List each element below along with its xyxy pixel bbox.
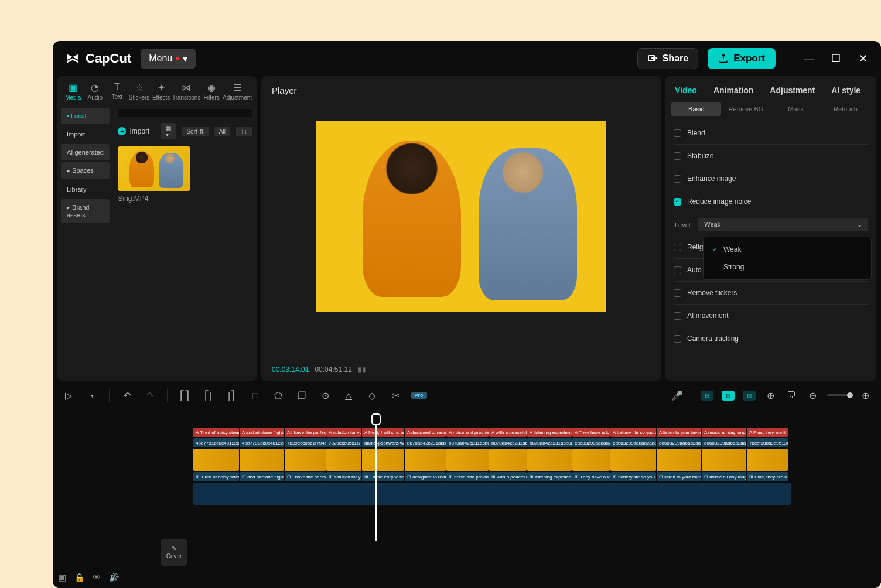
pointer-tool-icon[interactable]: ▷ <box>62 389 75 402</box>
timeline-tracks[interactable]: A Tired of noisy streetsA and airplane f… <box>193 410 881 588</box>
timeline-clip[interactable]: A with a peaceful <box>489 428 527 437</box>
timeline-clip[interactable]: ⊞ listen to your favori <box>657 472 701 481</box>
timeline-clip[interactable] <box>657 449 701 471</box>
zoom-in-icon[interactable]: ⊕ <box>859 389 872 402</box>
timeline-clip[interactable]: A noise and provide <box>446 428 489 437</box>
timeline-clip[interactable] <box>193 483 791 505</box>
checkbox-icon[interactable] <box>674 289 681 297</box>
timeline-clip[interactable]: daniel-j-schwarz-Wn <box>362 438 404 447</box>
dropdown-option-weak[interactable]: Weak <box>704 241 871 258</box>
chevron-down-icon[interactable]: ▾ <box>86 389 98 402</box>
crop-2-icon[interactable]: ✂ <box>389 389 402 402</box>
sidebar-item-import[interactable]: Import <box>61 126 110 142</box>
rotate-icon[interactable]: ◇ <box>366 389 378 402</box>
media-search-bar[interactable] <box>118 109 252 117</box>
timeline-clip[interactable]: A They have a long <box>572 428 610 437</box>
timeline-clip[interactable] <box>326 449 361 471</box>
tab-stickers[interactable]: ☆Stickers <box>128 82 151 101</box>
timeline-clip[interactable]: b878ab42c231a6b0a8 <box>405 438 446 447</box>
crop-icon[interactable]: ◻ <box>248 389 261 402</box>
prop-enhance-image[interactable]: Enhance image <box>674 167 868 190</box>
mic-icon[interactable]: 🎤 <box>671 389 684 402</box>
sidebar-item-brand-assets[interactable]: ▸ Brand assets <box>61 199 110 223</box>
tab-ai-style[interactable]: AI style <box>831 86 860 95</box>
checkbox-icon[interactable] <box>674 198 681 206</box>
redo-icon[interactable]: ↷ <box>144 389 156 402</box>
lock-icon[interactable]: 🔒 <box>74 573 84 582</box>
visibility-icon[interactable]: 👁 <box>93 573 101 582</box>
level-select[interactable]: Weak ⌄ <box>698 218 868 231</box>
close-icon[interactable]: ✕ <box>856 52 869 65</box>
timeline-clip[interactable] <box>572 449 610 471</box>
tab-audio[interactable]: ◔Audio <box>84 82 107 101</box>
prop-reduce-noise[interactable]: Reduce image noice <box>674 190 868 213</box>
minimize-icon[interactable]: — <box>803 52 815 65</box>
timeline-clip[interactable] <box>610 449 656 471</box>
checkbox-icon[interactable] <box>674 244 681 251</box>
timeline-clip[interactable]: A listening experienc <box>527 428 572 437</box>
timeline-clip[interactable]: ⊞ These earphones ar <box>362 472 404 481</box>
timeline-clip[interactable]: A Plus, they are li <box>747 428 788 437</box>
undo-icon[interactable]: ↶ <box>120 389 133 402</box>
zoom-slider[interactable] <box>827 394 851 396</box>
checkbox-icon[interactable] <box>674 266 681 274</box>
tab-adjustment[interactable]: ☰Adjustment <box>223 82 252 101</box>
player-viewport[interactable] <box>316 121 606 312</box>
timeline-clip[interactable]: b878ab42c231a6b0a8 <box>446 438 489 447</box>
sidebar-item-ai-generated[interactable]: AI generated <box>61 144 110 160</box>
timeline-clip[interactable] <box>240 449 284 471</box>
pro-cut-icon[interactable]: Pro <box>412 389 425 402</box>
timeline-clip[interactable]: A solution for you <box>326 428 361 437</box>
checkbox-icon[interactable] <box>674 152 681 160</box>
timeline-clip[interactable]: ⊞ and airplane flights? <box>240 472 284 481</box>
timeline-clip[interactable]: ed683299aa6ad2aad8b3 <box>702 438 746 447</box>
tab-text[interactable]: TText <box>106 82 128 101</box>
sort-button[interactable]: Sort ⇅ <box>182 127 208 136</box>
timeline-clip[interactable]: A and airplane flights? <box>240 428 284 437</box>
trim-right-icon[interactable]: |⎤ <box>225 389 238 402</box>
timeline-clip[interactable]: A I have the perfec <box>285 428 326 437</box>
sidebar-item-local[interactable]: • Local <box>61 108 110 124</box>
timeline-clip[interactable]: A battery life so you c <box>610 428 656 437</box>
media-thumbnail[interactable]: Sing.MP4 <box>118 146 190 203</box>
subtab-retouch[interactable]: Retouch <box>821 102 870 116</box>
play-circle-icon[interactable]: ⊙ <box>319 389 332 402</box>
checkbox-icon[interactable] <box>674 312 681 320</box>
trim-left-icon[interactable]: ⎡| <box>202 389 214 402</box>
timeline-clip[interactable]: ⊞ noise and provide <box>446 472 489 481</box>
prop-camera-tracking[interactable]: Camera tracking <box>674 327 868 350</box>
checkbox-icon[interactable] <box>674 175 681 183</box>
share-button[interactable]: Share <box>637 48 698 69</box>
timeline-clip[interactable]: ed683299aa6ad2aad8b3 <box>610 438 656 447</box>
timeline-clip[interactable] <box>702 449 746 471</box>
subtab-basic[interactable]: Basic <box>671 102 721 116</box>
timeline-clip[interactable] <box>527 449 572 471</box>
tab-effects[interactable]: ✦Effects <box>150 82 172 101</box>
timeline-clip[interactable] <box>285 449 326 471</box>
timeline-clip[interactable] <box>405 449 446 471</box>
timeline-clip[interactable]: 4bb7791bc0c481228811f4 <box>193 438 239 447</box>
timeline-clip[interactable]: A Tired of noisy streets <box>193 428 239 437</box>
shield-icon[interactable]: ⬠ <box>272 389 285 402</box>
timeline-clip[interactable] <box>362 449 404 471</box>
snap-chip-1[interactable]: ⊟ <box>701 391 713 401</box>
tab-transitions[interactable]: ⋈Transitions <box>172 82 201 101</box>
tab-filters[interactable]: ◉Filters <box>200 82 223 101</box>
dropdown-option-strong[interactable]: Strong <box>704 258 871 276</box>
timeline-clip[interactable]: ⊞ I have the perfec <box>285 472 326 481</box>
timeline-clip[interactable]: b878ab42c231a6b0a8 <box>489 438 527 447</box>
prop-blend[interactable]: Blend <box>674 122 868 145</box>
timeline-clip[interactable]: ⊞ battery life so you c <box>610 472 656 481</box>
timeline-clip[interactable]: ⊞ Plus, they are li <box>747 472 788 481</box>
snap-chip-3[interactable]: ⊟ <box>743 391 756 401</box>
timeline-clip[interactable]: ⊞ music all day long <box>702 472 746 481</box>
chat-icon[interactable]: 🗨 <box>785 389 798 402</box>
tab-animation[interactable]: Animation <box>713 86 753 95</box>
timeline-clip[interactable]: ⊞ Tired of noisy streets <box>193 472 239 481</box>
checkbox-icon[interactable] <box>674 129 681 137</box>
timeline-clip[interactable]: ⊞ solution for you <box>326 472 361 481</box>
timeline-clip[interactable]: A designed to reduc <box>405 428 446 437</box>
export-button[interactable]: Export <box>708 48 776 69</box>
import-button[interactable]: + Import <box>118 127 149 135</box>
sidebar-item-library[interactable]: Library <box>61 181 110 197</box>
